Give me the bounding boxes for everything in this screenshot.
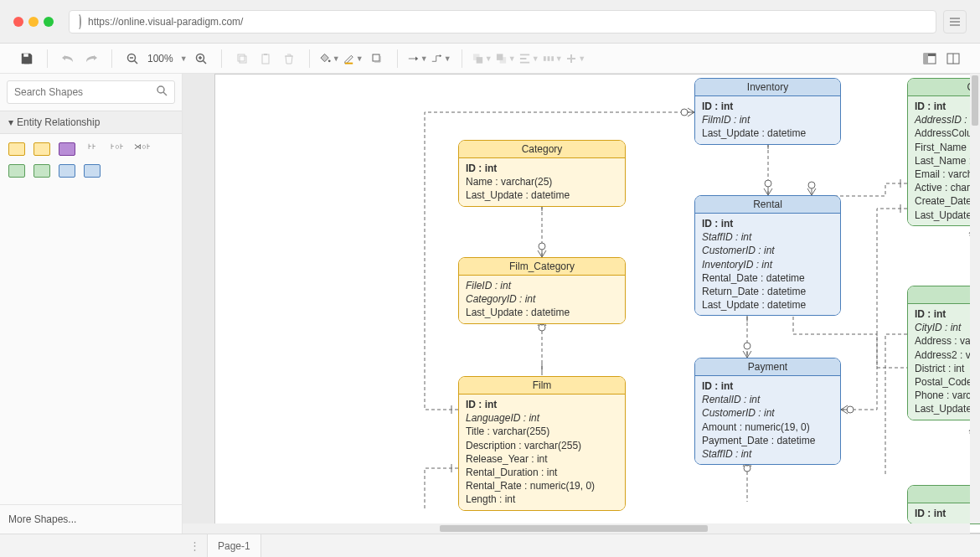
shapes-sidebar: ▾ Entity Relationship ⊦⊦ ⊦○⊦ ⋊○⊦ More Sh… <box>0 74 183 534</box>
waypoint-button[interactable]: ▼ <box>431 49 451 69</box>
add-button[interactable]: ▼ <box>566 49 586 69</box>
shape-entity-1[interactable] <box>8 142 25 156</box>
distribute-button[interactable]: ▼ <box>543 49 563 69</box>
entity-attribute: Return_Date : datetime <box>702 285 833 298</box>
svg-rect-14 <box>551 56 554 61</box>
shape-relation-4[interactable] <box>109 164 126 178</box>
shape-relation-2[interactable]: ⊦○⊦ <box>109 142 126 156</box>
browser-menu-button[interactable] <box>943 10 967 34</box>
entity-address[interactable]: AddressID : intCityID : intAddress : var… <box>907 286 980 420</box>
shape-relation-3[interactable]: ⋊○⊦ <box>134 142 151 156</box>
canvas[interactable]: CategoryID : intName : varchar(25)Last_U… <box>183 74 980 534</box>
svg-rect-11 <box>497 54 503 59</box>
entity-attribute: CustomerID : int <box>702 244 833 257</box>
entity-attribute: Last_Update : datetime <box>702 298 833 312</box>
entity-film_category[interactable]: Film_CategoryFileID : intCategoryID : in… <box>458 257 626 324</box>
entity-title: Film <box>459 377 625 395</box>
entity-attribute: ID : int <box>466 398 618 411</box>
entity-payment[interactable]: PaymentID : intRentalID : intCustomerID … <box>694 358 841 465</box>
collapse-icon: ▾ <box>8 116 13 128</box>
svg-rect-12 <box>544 56 546 61</box>
url-text: https://online.visual-paradigm.com/ <box>88 16 243 28</box>
minimize-window[interactable] <box>28 17 39 27</box>
entity-attribute: Release_Year : int <box>466 452 618 466</box>
entity-body: FileID : intCategoryID : intLast_Update … <box>459 276 625 323</box>
paste-button[interactable] <box>255 49 276 69</box>
maximize-window[interactable] <box>44 17 54 27</box>
palette-shapes: ⊦⊦ ⊦○⊦ ⋊○⊦ <box>0 134 182 186</box>
shape-entity-5[interactable] <box>34 164 50 178</box>
entity-attribute: RentalID : int <box>702 393 833 406</box>
url-bar[interactable]: https://online.visual-paradigm.com/ <box>69 10 936 34</box>
shape-entity-3[interactable] <box>59 142 75 156</box>
entity-title: Payment <box>695 358 840 376</box>
entity-attribute: StaffID : int <box>702 230 833 244</box>
save-button[interactable] <box>17 49 37 69</box>
zoom-out-button[interactable] <box>122 49 142 69</box>
entity-attribute: StaffID : int <box>702 447 833 461</box>
entity-rental[interactable]: RentalID : intStaffID : intCustomerID : … <box>694 195 841 316</box>
close-window[interactable] <box>13 17 23 27</box>
entity-attribute: Length : int <box>466 493 618 506</box>
entity-category[interactable]: CategoryID : intName : varchar(25)Last_U… <box>458 140 626 207</box>
diagram-document[interactable]: CategoryID : intName : varchar(25)Last_U… <box>214 74 980 534</box>
svg-rect-2 <box>238 54 245 61</box>
connection-style-button[interactable]: ▼ <box>408 49 428 69</box>
entity-attribute: Title : varchar(255) <box>466 425 618 438</box>
more-shapes-button[interactable]: More Shapes... <box>0 504 182 534</box>
search-input[interactable] <box>14 86 157 98</box>
to-front-button[interactable]: ▼ <box>472 49 493 69</box>
entity-title: Film_Category <box>459 258 625 276</box>
entity-attribute: Name : varchar(25) <box>466 175 618 188</box>
entity-attribute: CustomerID : int <box>702 406 833 420</box>
delete-button[interactable] <box>279 49 299 69</box>
page-tab-1[interactable]: Page-1 <box>208 534 261 557</box>
entity-attribute: Amount : numeric(19, 0) <box>702 420 833 434</box>
shadow-button[interactable] <box>367 49 387 69</box>
svg-rect-7 <box>373 54 379 61</box>
format-panel-button[interactable] <box>920 49 940 69</box>
shape-entity-2[interactable] <box>34 142 50 156</box>
copy-button[interactable] <box>232 49 252 69</box>
page-tabs-bar: ⋮ Page-1 <box>0 534 980 557</box>
entity-attribute: Rental_Rate : numeric(19, 0) <box>466 479 618 493</box>
page-drag-handle[interactable]: ⋮ <box>183 534 208 557</box>
search-shapes[interactable] <box>7 80 175 104</box>
shape-entity-6[interactable] <box>59 164 75 178</box>
entity-body: ID : intName : varchar(25)Last_Update : … <box>459 158 625 206</box>
svg-point-19 <box>157 86 164 93</box>
redo-button[interactable] <box>81 49 101 69</box>
zoom-in-button[interactable] <box>191 49 211 69</box>
shape-entity-4[interactable] <box>8 164 25 178</box>
entity-city[interactable]: CityID : int <box>907 485 980 524</box>
horizontal-scrollbar[interactable] <box>183 523 970 534</box>
entity-attribute: Last_Update : datetime <box>702 126 833 140</box>
entity-attribute: LanguageID : int <box>466 411 618 425</box>
chevron-down-icon: ▼ <box>180 54 188 63</box>
entity-customer[interactable]: CustomerID : intAddressID : intAddressCo… <box>907 78 980 226</box>
entity-body: ID : intFilmID : intLast_Update : dateti… <box>695 96 840 144</box>
entity-attribute: InventoryID : int <box>702 258 833 271</box>
palette-header[interactable]: ▾ Entity Relationship <box>0 111 182 134</box>
vertical-scrollbar[interactable] <box>970 74 980 523</box>
line-color-button[interactable]: ▼ <box>343 49 364 69</box>
window-controls <box>13 17 54 27</box>
reload-icon[interactable] <box>78 16 81 28</box>
shape-entity-7[interactable] <box>84 164 101 178</box>
entity-inventory[interactable]: InventoryID : intFilmID : intLast_Update… <box>694 78 841 145</box>
zoom-level[interactable]: 100% <box>146 53 175 64</box>
shape-relation-1[interactable]: ⊦⊦ <box>84 142 101 156</box>
undo-button[interactable] <box>58 49 78 69</box>
entity-title: Rental <box>695 196 840 214</box>
fill-color-button[interactable]: ▼ <box>320 49 340 69</box>
to-back-button[interactable]: ▼ <box>496 49 516 69</box>
svg-rect-5 <box>264 54 267 55</box>
outline-panel-button[interactable] <box>943 49 963 69</box>
search-icon[interactable] <box>157 85 168 99</box>
entity-attribute: Last_Update : datetime <box>466 188 618 202</box>
svg-rect-3 <box>240 56 246 63</box>
entity-attribute: ID : int <box>466 162 618 175</box>
entity-film[interactable]: FilmID : intLanguageID : intTitle : varc… <box>458 376 626 511</box>
align-button[interactable]: ▼ <box>519 49 539 69</box>
entity-attribute: FileID : int <box>466 279 618 292</box>
